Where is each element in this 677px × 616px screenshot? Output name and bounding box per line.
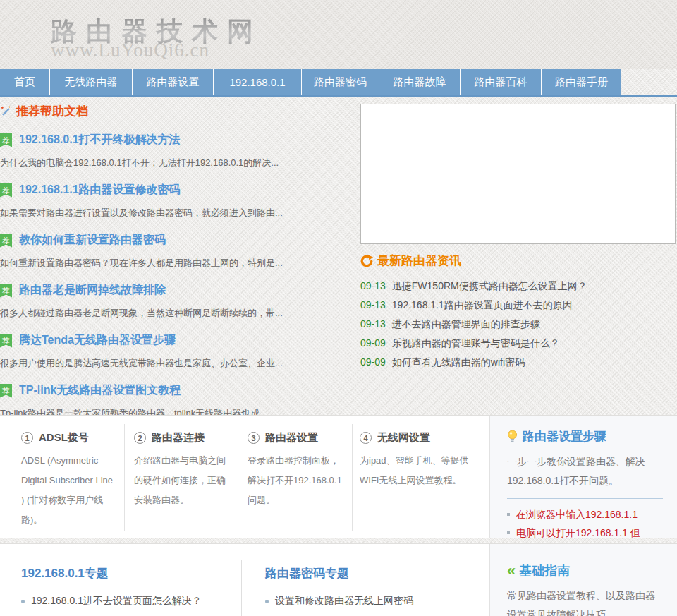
topic-item: 192.168.0.1进不去设置页面怎么解决？ <box>21 595 242 608</box>
recommend-badge: 荐 <box>0 284 12 298</box>
step-number: 1 <box>21 432 33 444</box>
step-desc: 为ipad、智能手机、等提供WIFI无线上网设置教程。 <box>360 451 489 490</box>
news-date: 09-13 <box>360 277 386 296</box>
basics-desc: 常见路由器设置教程、以及路由器设置常见故障解决技巧。 <box>507 586 663 616</box>
recommend-badge: 荐 <box>0 133 12 147</box>
news-link[interactable]: 进不去路由器管理界面的排查步骤 <box>392 315 540 334</box>
recommended-heading-label: 推荐帮助文档 <box>16 103 88 119</box>
topic-link[interactable]: 192.168.0.1进不去设置页面怎么解决？ <box>31 595 202 608</box>
news-item: 09-13 进不去路由器管理界面的排查步骤 <box>360 315 676 334</box>
step-number: 3 <box>248 432 260 444</box>
news-date: 09-13 <box>360 315 386 334</box>
nav-tab-wiki[interactable]: 路由器百科 <box>461 69 542 95</box>
nav-tab-home[interactable]: 首页 <box>0 69 50 95</box>
article-summary: 如何重新设置路由器密码？现在许多人都是用路由器上网的，特别是... <box>0 257 331 270</box>
step-link[interactable]: 4 无线网设置 <box>360 431 489 445</box>
nav-tab-manual[interactable]: 路由器手册 <box>542 69 621 95</box>
step-title: 路由器设置 <box>265 431 318 445</box>
nav-tab-faults[interactable]: 路由器故障 <box>379 69 461 95</box>
dot-bullet-icon <box>21 600 25 603</box>
news-item: 09-13 192.168.1.1路由器设置页面进不去的原因 <box>360 296 676 315</box>
news-link[interactable]: 迅捷FW150RM便携式路由器怎么设置上网？ <box>392 277 587 296</box>
recommend-badge: 荐 <box>0 384 12 398</box>
news-date: 09-13 <box>360 296 386 315</box>
news-link[interactable]: 192.168.1.1路由器设置页面进不去的原因 <box>392 296 573 315</box>
topic-19216801: 192.168.0.1专题 192.168.0.1进不去设置页面怎么解决？ <box>0 544 242 616</box>
site-logo[interactable]: 路由器技术网 www.LuYouQi6.cn <box>51 14 262 61</box>
setup-guide-desc: 一步一步教你设置路由器、解决192.168.0.1打不开问题。 <box>507 452 663 490</box>
article-link[interactable]: 教你如何重新设置路由器密码 <box>19 233 166 248</box>
recommended-article: 荐 路由器老是断网掉线故障排除 很多人都碰过路由器老是断网现象，当然这种断网是断… <box>0 283 331 320</box>
step-desc: 登录路由器控制面板，解决打不开192.168.0.1问题。 <box>248 451 353 510</box>
recommend-badge: 荐 <box>0 234 12 248</box>
step-title: 路由器连接 <box>152 431 205 445</box>
step-adsl: 1 ADSL拨号 ADSL (Asymmetric Digital Subscr… <box>0 416 125 538</box>
guide-link[interactable]: 电脑可以打开192.168.1.1 但 <box>507 524 663 542</box>
recommend-badge: 荐 <box>0 183 12 198</box>
news-link[interactable]: 乐视路由器的管理账号与密码是什么？ <box>392 334 560 353</box>
steps-band: 1 ADSL拨号 ADSL (Asymmetric Digital Subscr… <box>0 415 677 538</box>
setup-guide-panel: 路由器设置步骤 一步一步教你设置路由器、解决192.168.0.1打不开问题。 … <box>489 416 677 538</box>
article-summary: 为什么我的电脑会192.168.0.1打不开；无法打开192.168.0.1的解… <box>0 157 331 169</box>
article-summary: 很多人都碰过路由器老是断网现象，当然这种断网是断断续续的，带... <box>0 307 331 320</box>
step-setup: 3 路由器设置 登录路由器控制面板，解决打不开192.168.0.1问题。 <box>238 416 353 538</box>
article-summary: 如果需要对路由器进行设置以及修改路由器密码，就必须进入到路由... <box>0 207 331 219</box>
top-content: 推荐帮助文档 荐 192.168.0.1打不开终极解决方法 为什么我的电脑会19… <box>0 97 677 402</box>
dot-bullet-icon <box>265 600 269 603</box>
article-link[interactable]: 腾达Tenda无线路由器设置步骤 <box>19 333 176 348</box>
nav-tab-wireless[interactable]: 无线路由器 <box>50 69 133 95</box>
basics-heading-label: 基础指南 <box>519 562 570 579</box>
topic-heading: 路由器密码专题 <box>265 565 489 581</box>
guide-link-label: 电脑可以打开192.168.1.1 但 <box>516 524 640 542</box>
topic-link[interactable]: 设置和修改路由器无线上网密码 <box>275 595 413 608</box>
recommended-article: 荐 腾达Tenda无线路由器设置步骤 很多用户使用的是腾达高速无线宽带路由器也是… <box>0 333 331 370</box>
recommend-badge: 荐 <box>0 334 12 348</box>
step-link[interactable]: 1 ADSL拨号 <box>21 431 125 445</box>
news-item: 09-09 乐视路由器的管理账号与密码是什么？ <box>360 334 676 353</box>
article-link[interactable]: 路由器老是断网掉线故障排除 <box>19 283 166 298</box>
article-link[interactable]: 192.168.1.1路由器设置修改密码 <box>19 183 181 198</box>
refresh-arrow-icon <box>360 255 373 267</box>
news-date: 09-09 <box>360 353 386 372</box>
step-link[interactable]: 3 路由器设置 <box>248 431 353 445</box>
page-header: 路由器技术网 www.LuYouQi6.cn <box>0 0 677 69</box>
recommended-section: 推荐帮助文档 荐 192.168.0.1打不开终极解决方法 为什么我的电脑会19… <box>0 97 331 420</box>
nav-tab-19216801[interactable]: 192.168.0.1 <box>214 69 302 95</box>
divider <box>507 498 663 499</box>
news-item: 09-09 如何查看无线路由器的wifi密码 <box>360 353 676 372</box>
step-wifi: 4 无线网设置 为ipad、智能手机、等提供WIFI无线上网设置教程。 <box>353 416 489 538</box>
setup-guide-heading: 路由器设置步骤 <box>507 428 663 445</box>
step-link[interactable]: 2 路由器连接 <box>134 431 238 445</box>
step-connect: 2 路由器连接 介绍路由器与电脑之间的硬件如何连接，正确安装路由器。 <box>125 416 238 538</box>
article-link[interactable]: TP-link无线路由器设置图文教程 <box>19 383 181 398</box>
step-desc: 介绍路由器与电脑之间的硬件如何连接，正确安装路由器。 <box>134 451 238 510</box>
recommended-heading: 推荐帮助文档 <box>0 103 331 119</box>
step-desc: ADSL (Asymmetric Digital Subscriber Line… <box>21 451 125 530</box>
column-divider <box>338 103 339 375</box>
square-bullet-icon <box>507 513 510 516</box>
news-link[interactable]: 如何查看无线路由器的wifi密码 <box>392 353 525 372</box>
square-bullet-icon <box>507 531 510 534</box>
nav-tabs: 首页 无线路由器 路由器设置 192.168.0.1 路由器密码 路由器故障 路… <box>0 69 621 95</box>
basics-heading: « 基础指南 <box>507 562 663 579</box>
light-bulb-icon <box>507 430 518 443</box>
basics-panel: « 基础指南 常见路由器设置教程、以及路由器设置常见故障解决技巧。 <box>489 544 677 616</box>
step-number: 2 <box>134 432 146 444</box>
news-heading-label: 最新路由器资讯 <box>377 253 461 269</box>
guide-link[interactable]: 在浏览器中输入192.168.1.1 <box>507 505 663 524</box>
step-title: 无线网设置 <box>377 431 430 445</box>
guide-link-label: 在浏览器中输入192.168.1.1 <box>516 505 638 524</box>
step-title: ADSL拨号 <box>39 431 89 445</box>
article-link[interactable]: 192.168.0.1打不开终极解决方法 <box>19 133 181 147</box>
article-summary: 很多用户使用的是腾达高速无线宽带路由器也是家庭、办公室、企业... <box>0 357 331 370</box>
news-section: 最新路由器资讯 09-13 迅捷FW150RM便携式路由器怎么设置上网？ 09-… <box>360 97 676 372</box>
topic-password: 路由器密码专题 设置和修改路由器无线上网密码 <box>242 544 489 616</box>
double-left-angle-icon: « <box>507 565 516 576</box>
topic-heading: 192.168.0.1专题 <box>21 565 242 581</box>
nav-tab-password[interactable]: 路由器密码 <box>302 69 379 95</box>
step-number: 4 <box>360 432 372 444</box>
nav-tab-setup[interactable]: 路由器设置 <box>133 69 214 95</box>
ad-placeholder <box>360 104 676 244</box>
setup-guide-heading-label: 路由器设置步骤 <box>523 428 606 445</box>
news-heading: 最新路由器资讯 <box>360 253 676 269</box>
